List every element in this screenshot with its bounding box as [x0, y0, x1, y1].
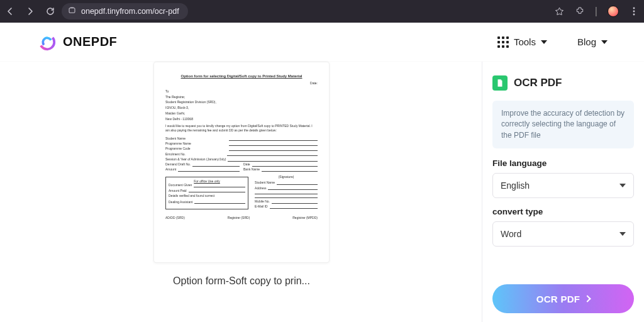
- chevron-right-icon: [584, 295, 591, 302]
- logo-mark-icon: [38, 33, 57, 52]
- forward-icon[interactable]: [25, 6, 35, 16]
- chevron-down-icon: [619, 232, 626, 236]
- brand-logo[interactable]: ONEPDF: [38, 33, 117, 52]
- url-text: onepdf.tinyfrom.com/ocr-pdf: [81, 7, 179, 16]
- file-language-value: English: [501, 180, 530, 191]
- info-notice: Improve the accuracy of detection by cor…: [492, 101, 634, 148]
- header-nav: Tools Blog: [497, 36, 608, 48]
- tools-label: Tools: [514, 36, 536, 47]
- file-language-select[interactable]: English: [492, 173, 634, 198]
- chevron-down-icon: [619, 184, 626, 187]
- preview-pane: Option form for selecting Digital/Soft c…: [0, 62, 482, 322]
- browser-chrome-bar: onepdf.tinyfrom.com/ocr-pdf |: [0, 0, 644, 23]
- reload-icon[interactable]: [45, 6, 55, 16]
- sidebar-title: OCR PDF: [514, 77, 562, 89]
- settings-sidebar: OCR PDF Improve the accuracy of detectio…: [482, 62, 644, 322]
- tools-menu[interactable]: Tools: [497, 36, 547, 48]
- svg-point-4: [38, 33, 57, 52]
- main-area: Option form for selecting Digital/Soft c…: [0, 62, 644, 322]
- convert-type-select[interactable]: Word: [492, 221, 634, 247]
- profile-avatar[interactable]: [608, 6, 619, 17]
- ocr-pdf-button[interactable]: OCR PDF: [492, 284, 634, 313]
- doc-date-label: Date:: [165, 81, 318, 86]
- chevron-down-icon: [601, 40, 608, 44]
- convert-type-value: Word: [501, 229, 521, 239]
- blog-menu[interactable]: Blog: [577, 36, 608, 47]
- cta-label: OCR PDF: [536, 294, 580, 304]
- convert-type-label: convert type: [492, 207, 634, 216]
- chrome-right-icons: |: [554, 6, 639, 17]
- blog-label: Blog: [577, 36, 596, 47]
- menu-icon[interactable]: [629, 6, 639, 16]
- site-header: ONEPDF Tools Blog: [0, 23, 644, 62]
- brand-name: ONEPDF: [63, 35, 117, 49]
- svg-point-2: [633, 11, 635, 13]
- svg-rect-0: [69, 8, 75, 13]
- ocr-pdf-icon: [492, 75, 508, 91]
- svg-point-3: [633, 14, 635, 16]
- divider: |: [595, 6, 597, 17]
- chevron-down-icon: [541, 40, 547, 44]
- url-bar[interactable]: onepdf.tinyfrom.com/ocr-pdf: [62, 3, 188, 19]
- file-language-label: File language: [492, 158, 634, 168]
- apps-grid-icon: [497, 36, 509, 48]
- doc-title: Option form for selecting Digital/Soft c…: [165, 74, 318, 79]
- sidebar-title-row: OCR PDF: [492, 75, 634, 91]
- back-icon[interactable]: [5, 6, 15, 16]
- file-card[interactable]: Option form for selecting Digital/Soft c…: [153, 62, 330, 287]
- document-preview: Option form for selecting Digital/Soft c…: [153, 62, 330, 263]
- svg-point-1: [633, 8, 635, 9]
- star-icon[interactable]: [554, 6, 565, 17]
- extensions-icon[interactable]: [575, 6, 585, 16]
- file-name: Option form-Soft copy to prin...: [153, 275, 330, 287]
- nav-icon-group: [5, 6, 55, 16]
- site-info-icon: [68, 6, 76, 17]
